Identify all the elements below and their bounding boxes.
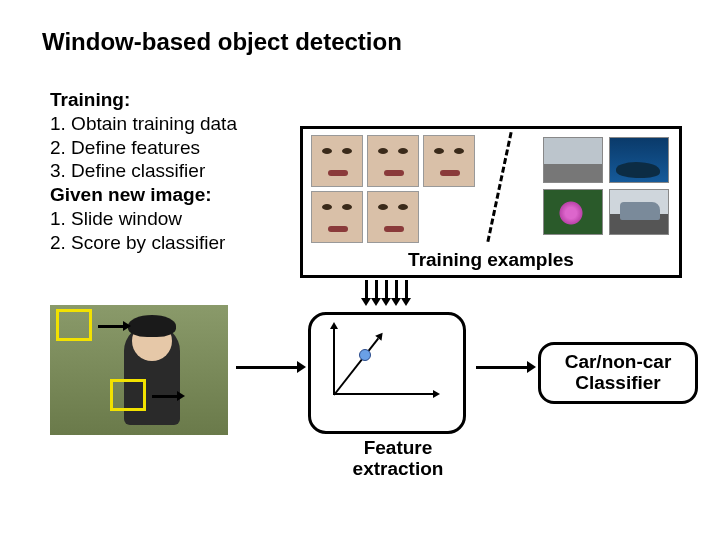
- classifier-box: Car/non-carClassifier: [538, 342, 698, 404]
- given-step-1: 1. Slide window: [50, 207, 237, 231]
- slide-arrow-icon: [98, 325, 124, 328]
- whale-example: [609, 137, 669, 183]
- feature-space-plot: [333, 321, 443, 395]
- car-example: [543, 137, 603, 183]
- slide-arrow-icon: [152, 395, 178, 398]
- face-example: [367, 135, 419, 187]
- bullet-text: Training: 1. Obtain training data 2. Def…: [50, 88, 237, 254]
- given-heading: Given new image:: [50, 183, 237, 207]
- given-step-2: 2. Score by classifier: [50, 231, 237, 255]
- divider-dashed: [486, 132, 512, 242]
- arrow-icon: [476, 366, 528, 369]
- negative-examples: [543, 137, 669, 235]
- car-example: [609, 189, 669, 235]
- training-examples-label: Training examples: [303, 249, 679, 271]
- sliding-window: [56, 309, 92, 341]
- training-step-3: 3. Define classifier: [50, 159, 237, 183]
- training-step-1: 1. Obtain training data: [50, 112, 237, 136]
- input-image: [50, 305, 228, 435]
- positive-examples: [311, 135, 475, 243]
- data-point-icon: [359, 349, 371, 361]
- face-example: [311, 135, 363, 187]
- face-example: [367, 191, 419, 243]
- training-heading: Training:: [50, 88, 237, 112]
- arrow-icon: [236, 366, 298, 369]
- slide-title: Window-based object detection: [42, 28, 402, 56]
- face-example: [423, 135, 475, 187]
- feature-extraction-box: [308, 312, 466, 434]
- feature-extraction-label: Featureextraction: [338, 438, 458, 480]
- sliding-window: [110, 379, 146, 411]
- training-step-2: 2. Define features: [50, 136, 237, 160]
- training-examples-box: Training examples: [300, 126, 682, 278]
- face-example: [311, 191, 363, 243]
- flower-example: [543, 189, 603, 235]
